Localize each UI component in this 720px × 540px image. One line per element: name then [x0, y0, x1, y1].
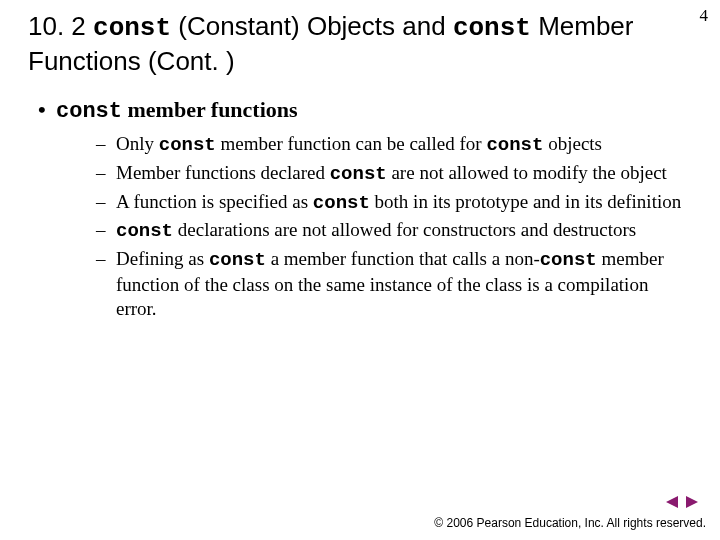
code: const [209, 249, 266, 271]
title-prefix: 10. 2 [28, 11, 93, 41]
code: const [540, 249, 597, 271]
bullet-text: member functions [122, 97, 298, 122]
title-code-2: const [453, 13, 531, 43]
list-item: A function is specified as const both in… [96, 190, 692, 216]
title-code-1: const [93, 13, 171, 43]
text: A function is specified as [116, 191, 313, 212]
code: const [159, 134, 216, 156]
text: Member functions declared [116, 162, 330, 183]
page-number: 4 [700, 6, 709, 26]
text: declarations are not allowed for constru… [173, 219, 636, 240]
code: const [116, 220, 173, 242]
next-icon[interactable] [684, 492, 700, 509]
copyright: © 2006 Pearson Education, Inc. All right… [434, 516, 706, 530]
code: const [330, 163, 387, 185]
text: member function can be called for [216, 133, 487, 154]
text: are not allowed to modify the object [387, 162, 667, 183]
text: a member function that calls a non- [266, 248, 540, 269]
slide-title: 10. 2 const (Constant) Objects and const… [28, 10, 692, 77]
slide-body: const member functions Only const member… [28, 97, 692, 320]
svg-marker-1 [686, 496, 698, 508]
list-item: Only const member function can be called… [96, 132, 692, 158]
list-item: Member functions declared const are not … [96, 161, 692, 187]
list-item: Defining as const a member function that… [96, 247, 692, 320]
bullet-level-1: const member functions [38, 97, 692, 124]
sub-list: Only const member function can be called… [38, 132, 692, 320]
text: both in its prototype and in its definit… [370, 191, 681, 212]
code: const [313, 192, 370, 214]
text: Only [116, 133, 159, 154]
prev-icon[interactable] [664, 492, 684, 509]
list-item: const declarations are not allowed for c… [96, 218, 692, 244]
nav-controls [664, 492, 700, 510]
text: objects [543, 133, 602, 154]
bullet-code: const [56, 99, 122, 124]
text: Defining as [116, 248, 209, 269]
svg-marker-0 [666, 496, 678, 508]
code: const [486, 134, 543, 156]
title-mid: (Constant) Objects and [171, 11, 453, 41]
slide: 4 10. 2 const (Constant) Objects and con… [0, 0, 720, 540]
